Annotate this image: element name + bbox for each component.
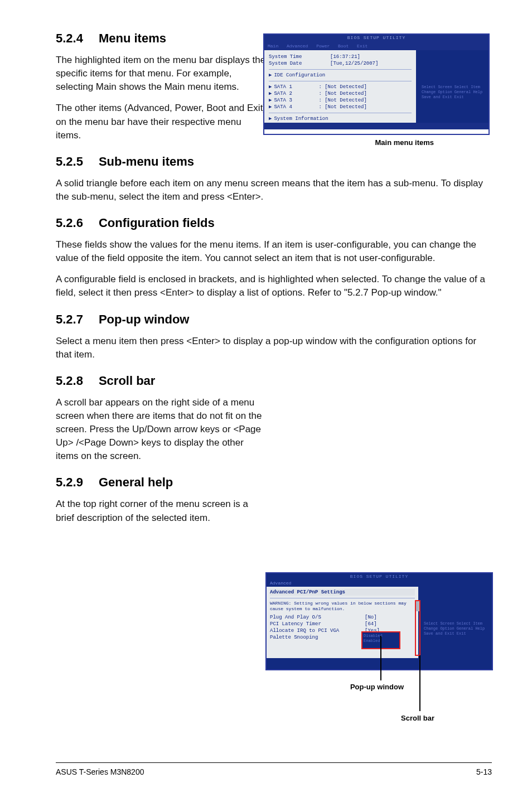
para-525: A solid triangle before each item on any… (56, 177, 492, 204)
secnum-529: 5.2.9 (56, 475, 83, 489)
triangle-icon: ▶ (269, 116, 272, 122)
secnum-527: 5.2.7 (56, 312, 83, 326)
sectitle-526: Configuration fields (99, 216, 215, 230)
secnum-526: 5.2.6 (56, 216, 83, 230)
secnum-525: 5.2.5 (56, 154, 83, 168)
para-528: A scroll bar appears on the right side o… (56, 396, 268, 463)
bios1-ide: IDE Configuration (274, 73, 325, 78)
bios1-s2v: : [Not Detected] (318, 91, 366, 96)
footer-right: 5-13 (476, 767, 492, 776)
triangle-icon: ▶ (269, 104, 272, 110)
para-526a: These fields show the values for the men… (56, 238, 492, 265)
heading-527: 5.2.7Pop-up window (56, 312, 492, 327)
bios2-r3k: Allocate IRQ to PCI VGA (270, 627, 365, 634)
bios1-s3v: : [Not Detected] (318, 98, 366, 103)
para-529: At the top right corner of the menu scre… (56, 497, 268, 524)
bios2-r1v: [No] (365, 615, 377, 620)
bios2-hints: Select Screen Select Item Change Option … (424, 621, 492, 636)
callout-line-popup (380, 636, 381, 680)
bios2-subtitle: Advanced PCI/PnP Settings (270, 589, 415, 596)
footer-left: ASUS T-Series M3N8200 (56, 767, 144, 776)
bios2-r1k: Plug And Play O/S (270, 614, 365, 621)
sectitle-529: General help (99, 475, 173, 489)
bios1-menu-power: Power (316, 44, 330, 49)
bios2-r2v: [64] (365, 621, 377, 627)
para-526b: A configurable field is enclosed in brac… (56, 273, 492, 299)
triangle-icon: ▶ (269, 73, 272, 78)
bios1-s3k: SATA 3 (274, 97, 318, 104)
bios1-s1v: : [Not Detected] (318, 84, 366, 90)
bios1-date-k: System Date (269, 60, 330, 67)
bios2-warning: WARNING: Setting wrong values in below s… (270, 601, 415, 612)
triangle-icon: ▶ (269, 91, 272, 96)
callout-label-scroll: Scroll bar (401, 714, 434, 722)
sectitle-524: Menu items (99, 31, 166, 45)
bios1-footer (264, 123, 489, 129)
heading-526: 5.2.6Configuration fields (56, 216, 492, 230)
heading-529: 5.2.9General help (56, 475, 492, 490)
bios1-time-v: [16:37:21] (330, 54, 360, 60)
bios-main-screenshot: BIOS SETUP UTILITY Main Advanced Power B… (263, 33, 490, 135)
bios1-time-k: System Time (269, 54, 330, 60)
secnum-524: 5.2.4 (56, 31, 83, 45)
bios1-title: BIOS SETUP UTILITY (347, 35, 405, 40)
sectitle-528: Scroll bar (99, 374, 155, 388)
footer-rule (56, 762, 492, 763)
para-524a: The highlighted item on the menu bar dis… (56, 54, 268, 94)
heading-528: 5.2.8Scroll bar (56, 374, 492, 388)
bios1-s1k: SATA 1 (274, 84, 318, 90)
triangle-icon: ▶ (269, 84, 272, 90)
secnum-528: 5.2.8 (56, 374, 83, 388)
bios1-hints: Select Screen Select Item Change Option … (422, 85, 489, 100)
bios2-footer (267, 658, 492, 665)
bios2-r4k: Palette Snooping (270, 634, 365, 641)
bios1-s4v: : [Not Detected] (318, 104, 366, 110)
bios-advanced-screenshot: BIOS SETUP UTILITY Advanced Advanced PCI… (265, 572, 493, 670)
bios1-menu-main: Main (268, 44, 278, 49)
bios1-left-panel: System Time[16:37:21] System Date[Tue,12… (264, 50, 416, 123)
heading-525: 5.2.5Sub-menu items (56, 154, 492, 169)
triangle-icon: ▶ (269, 98, 272, 103)
scrollbar-highlight (415, 600, 420, 656)
callout-label-popup: Pop-up window (350, 683, 404, 691)
bios1-menubar: Main Advanced Power Boot Exit (264, 42, 489, 50)
bios1-s2k: SATA 2 (274, 90, 318, 97)
para-524b: The other items (Advanced, Power, Boot a… (56, 102, 268, 142)
para-527: Select a menu item then press <Enter> to… (56, 335, 492, 361)
callout-line-scroll (419, 655, 420, 711)
bios1-s4k: SATA 4 (274, 104, 318, 110)
bios1-sysinfo: System Information (274, 116, 328, 122)
bios2-r2k: PCI Latency Timer (270, 621, 365, 627)
bios1-menu-exit: Exit (357, 44, 367, 49)
bios1-date-v: [Tue,12/25/2007] (330, 61, 378, 66)
bios2-menubar: Advanced (267, 580, 492, 587)
bios1-menu-boot: Boot (338, 44, 349, 49)
bios2-title: BIOS SETUP UTILITY (267, 573, 492, 580)
sectitle-525: Sub-menu items (99, 154, 194, 168)
bios1-menu-advanced: Advanced (287, 44, 308, 49)
bios1-caption: Main menu items (375, 138, 434, 147)
sectitle-527: Pop-up window (99, 312, 190, 326)
